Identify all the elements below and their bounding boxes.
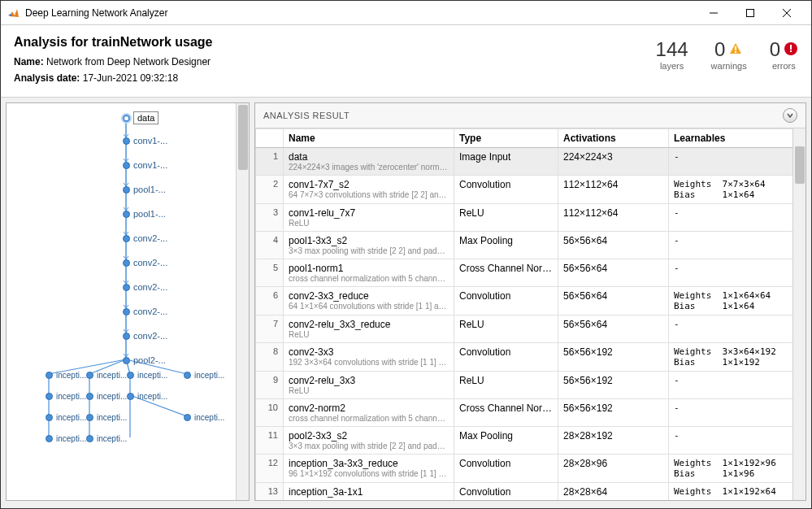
table-scrollbar[interactable]: [792, 128, 805, 500]
section-header: ANALYSIS RESULT: [255, 103, 805, 128]
name-label: Name:: [14, 56, 44, 67]
graph-node[interactable]: data: [123, 111, 158, 124]
table-row[interactable]: 10conv2-norm2cross channel normalization…: [256, 399, 805, 427]
row-type: ReLU: [454, 315, 558, 343]
row-learnables: Weights 1×1×192×96 Bias 1×1×96: [669, 455, 805, 483]
table-row[interactable]: 1data224×224×3 images with 'zerocenter' …: [256, 148, 805, 176]
row-name: pool1-3x3_s23×3 max pooling with stride …: [284, 232, 454, 259]
node-dot-icon: [127, 393, 134, 400]
graph-node[interactable]: incepti...: [86, 371, 127, 380]
graph-scrollbar[interactable]: [236, 103, 249, 500]
stat-warnings: 0 warnings: [711, 38, 747, 71]
table-row[interactable]: 11pool2-3x3_s23×3 max pooling with strid…: [256, 427, 805, 455]
graph-node[interactable]: conv2-...: [123, 331, 167, 341]
row-activations: 224×224×3: [558, 148, 669, 176]
graph-node[interactable]: conv1-...: [123, 136, 167, 146]
col-type[interactable]: Type: [454, 129, 558, 148]
row-name: conv2-relu_3x3ReLU: [284, 372, 454, 399]
graph-node[interactable]: incepti...: [184, 413, 224, 422]
row-activations: 28×28×96: [558, 455, 669, 483]
col-learnables[interactable]: Learnables: [669, 129, 805, 148]
graph-node[interactable]: incepti...: [184, 371, 224, 380]
date-value: 17-Jun-2021 09:32:18: [83, 72, 178, 84]
table-row[interactable]: 13inception_3a-1x1Convolution28×28×64Wei…: [256, 483, 805, 501]
analysis-panel: ANALYSIS RESULT Name Type Activations Le…: [254, 102, 806, 501]
row-index: 10: [256, 399, 284, 427]
row-type: Max Pooling: [454, 427, 558, 455]
node-dot-icon: [46, 414, 53, 421]
row-type: ReLU: [454, 204, 558, 232]
table-row[interactable]: 9conv2-relu_3x3ReLUReLU56×56×192-: [256, 372, 805, 399]
table-row[interactable]: 12inception_3a-3x3_reduce96 1×1×192 conv…: [256, 455, 805, 483]
graph-node[interactable]: incepti...: [86, 434, 127, 443]
graph-node[interactable]: conv2-...: [123, 233, 167, 243]
graph-node[interactable]: incepti...: [46, 434, 86, 443]
row-learnables: -: [669, 315, 805, 343]
graph-node[interactable]: incepti...: [86, 392, 127, 401]
svg-rect-5: [735, 51, 736, 53]
row-name: inception_3a-1x1: [284, 483, 454, 501]
node-dot-icon: [123, 186, 130, 194]
row-name: conv1-7x7_s264 7×7×3 convolutions with s…: [284, 176, 454, 204]
analysis-title: Analysis for trainNetwork usage: [14, 35, 656, 50]
graph-node[interactable]: incepti...: [127, 392, 167, 401]
row-activations: 56×56×192: [558, 399, 669, 427]
graph-node[interactable]: conv2-...: [123, 282, 167, 292]
row-name: conv2-3x3_reduce64 1×1×64 convolutions w…: [284, 287, 454, 315]
row-name: pool2-3x3_s23×3 max pooling with stride …: [284, 427, 454, 455]
graph-node[interactable]: incepti...: [46, 392, 86, 401]
graph-node[interactable]: conv2-...: [123, 307, 167, 316]
graph-node[interactable]: incepti...: [46, 371, 86, 380]
graph-node[interactable]: conv1-...: [123, 160, 167, 170]
maximize-button[interactable]: [732, 2, 768, 24]
table-row[interactable]: 3conv1-relu_7x7ReLUReLU112×112×64-: [256, 204, 805, 232]
graph-node[interactable]: incepti...: [46, 413, 86, 422]
node-dot-icon: [86, 372, 93, 379]
close-button[interactable]: [768, 2, 805, 24]
table-row[interactable]: 2conv1-7x7_s264 7×7×3 convolutions with …: [256, 176, 805, 204]
row-learnables: Weights 3×3×64×192 Bias 1×1×192: [669, 343, 805, 372]
row-type: Cross Channel Nor…: [454, 399, 558, 427]
node-dot-icon: [123, 357, 130, 364]
table-row[interactable]: 8conv2-3x3192 3×3×64 convolutions with s…: [256, 343, 805, 372]
table-row[interactable]: 7conv2-relu_3x3_reduceReLUReLU56×56×64-: [256, 315, 805, 343]
node-dot-icon: [123, 333, 130, 340]
node-dot-icon: [46, 393, 53, 400]
svg-rect-8: [790, 50, 792, 52]
row-index: 4: [256, 232, 284, 259]
network-graph-panel[interactable]: dataconv1-...conv1-...pool1-...pool1-...…: [6, 102, 250, 501]
node-dot-icon: [123, 308, 130, 315]
graph-node[interactable]: incepti...: [86, 413, 127, 422]
row-name: inception_3a-3x3_reduce96 1×1×192 convol…: [284, 455, 454, 483]
table-row[interactable]: 4pool1-3x3_s23×3 max pooling with stride…: [256, 232, 805, 259]
table-row[interactable]: 6conv2-3x3_reduce64 1×1×64 convolutions …: [256, 287, 805, 315]
col-activations[interactable]: Activations: [558, 129, 669, 148]
node-dot-icon: [123, 115, 130, 122]
row-type: Convolution: [454, 483, 558, 501]
minimize-button[interactable]: [695, 2, 732, 24]
row-learnables: -: [669, 372, 805, 399]
graph-node[interactable]: incepti...: [127, 371, 167, 380]
col-name[interactable]: Name: [284, 129, 454, 148]
graph-node[interactable]: pool2-...: [123, 355, 166, 365]
row-learnables: -: [669, 232, 805, 259]
row-activations: 28×28×64: [558, 483, 669, 501]
row-activations: 56×56×192: [558, 372, 669, 399]
row-type: Convolution: [454, 455, 558, 483]
error-icon: [784, 38, 798, 61]
row-name: data224×224×3 images with 'zerocenter' n…: [284, 148, 454, 176]
table-row[interactable]: 5pool1-norm1cross channel normalization …: [256, 259, 805, 287]
svg-rect-7: [790, 45, 792, 50]
layers-table[interactable]: Name Type Activations Learnables 1data22…: [255, 128, 805, 500]
collapse-button[interactable]: [783, 108, 797, 123]
titlebar: Deep Learning Network Analyzer: [1, 1, 811, 25]
row-activations: 28×28×192: [558, 427, 669, 455]
table-wrap: Name Type Activations Learnables 1data22…: [255, 128, 805, 500]
graph-node[interactable]: conv2-...: [123, 258, 167, 268]
graph-node[interactable]: pool1-...: [123, 185, 166, 194]
col-index[interactable]: [256, 129, 284, 148]
row-learnables: -: [669, 148, 805, 176]
row-index: 12: [256, 455, 284, 483]
graph-node[interactable]: pool1-...: [123, 209, 166, 219]
row-activations: 56×56×64: [558, 315, 669, 343]
